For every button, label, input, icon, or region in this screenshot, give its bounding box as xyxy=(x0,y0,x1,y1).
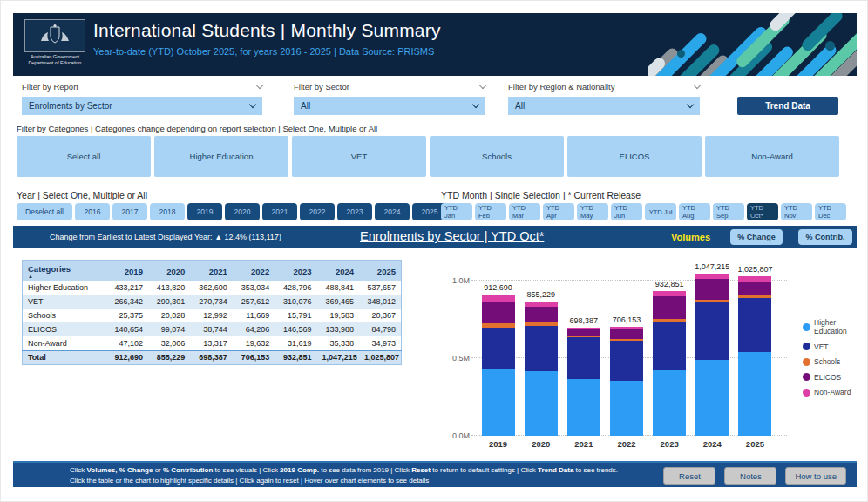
bar-2022[interactable] xyxy=(610,327,643,436)
category-button-higher-education[interactable]: Higher Education xyxy=(154,136,288,177)
cell-value: 488,841 xyxy=(317,281,359,295)
bar-segment-higher-education[interactable] xyxy=(482,369,515,436)
bar-segment-vet[interactable] xyxy=(738,298,771,352)
category-button-elicos[interactable]: ELICOS xyxy=(567,136,702,177)
chart-plot: 912,690855,229698,387706,153932,8511,047… xyxy=(477,272,776,436)
bar-2023[interactable] xyxy=(653,291,686,436)
y-tick-0-0m: 0.0M xyxy=(437,431,470,440)
column-header-2021[interactable]: 2021 xyxy=(190,261,232,282)
ytd-button-ytd-mar[interactable]: YTD Mar xyxy=(509,203,540,220)
year-button-2018[interactable]: 2018 xyxy=(150,203,185,220)
table-row-non-award[interactable]: Non-Award47,10232,00613,31719,63231,6193… xyxy=(23,336,402,350)
cell-value: 433,217 xyxy=(106,281,148,295)
ytd-button-ytd-jul[interactable]: YTD Jul xyxy=(645,203,676,220)
column-header-2023[interactable]: 2023 xyxy=(275,261,316,282)
change-value: 12.4% (113,117) xyxy=(225,233,281,241)
filter-sector-value: All xyxy=(301,101,310,111)
bar-2021[interactable] xyxy=(567,328,600,436)
footer-button-how-to-use[interactable]: How to use xyxy=(785,467,846,485)
year-button-2019[interactable]: 2019 xyxy=(187,203,222,220)
bar-segment-vet[interactable] xyxy=(695,302,729,360)
legend-item-vet: VET xyxy=(803,343,857,351)
ytd-button-ytd-sep[interactable]: YTD Sep xyxy=(713,203,744,220)
x-label-2022: 2022 xyxy=(605,439,648,449)
pct-contrib-button[interactable]: % Contrib. xyxy=(798,229,852,245)
bar-segment-elicos[interactable] xyxy=(482,302,515,323)
cell-value: 64,206 xyxy=(233,322,275,336)
volumes-toggle[interactable]: Volumes xyxy=(671,232,710,242)
bar-segment-vet[interactable] xyxy=(567,337,600,379)
bar-segment-elicos[interactable] xyxy=(738,282,771,295)
filter-sector-dropdown[interactable]: All xyxy=(294,97,485,115)
bar-segment-higher-education[interactable] xyxy=(738,352,771,436)
chevron-down-icon[interactable] xyxy=(479,82,486,89)
trend-data-button[interactable]: Trend Data xyxy=(737,97,838,115)
category-button-schools[interactable]: Schools xyxy=(430,136,564,177)
category-button-select-all[interactable]: Select all xyxy=(17,136,151,177)
bar-segment-elicos[interactable] xyxy=(567,329,600,336)
bar-segment-elicos[interactable] xyxy=(525,307,558,322)
bar-2024[interactable] xyxy=(695,274,729,436)
bar-segment-elicos[interactable] xyxy=(610,329,643,339)
year-button-2023[interactable]: 2023 xyxy=(337,203,372,220)
footer-button-notes[interactable]: Notes xyxy=(724,467,776,485)
cell-category: Schools xyxy=(23,309,106,322)
ytd-button-ytd-dec[interactable]: YTD Dec xyxy=(815,203,846,220)
column-header-2020[interactable]: 2020 xyxy=(148,261,190,282)
bar-segment-vet[interactable] xyxy=(525,326,558,371)
ytd-button-ytd-apr[interactable]: YTD Apr xyxy=(543,203,574,220)
bar-2019[interactable] xyxy=(482,295,515,436)
bar-segment-higher-education[interactable] xyxy=(610,381,643,436)
ytd-button-ytd-nov[interactable]: YTD Nov xyxy=(781,203,812,220)
footer-buttons: ResetNotesHow to use xyxy=(663,467,846,485)
category-button-non-award[interactable]: Non-Award xyxy=(705,136,839,177)
bar-segment-elicos[interactable] xyxy=(695,279,729,300)
cell-value: 270,734 xyxy=(190,295,232,309)
year-button-2021[interactable]: 2021 xyxy=(262,203,297,220)
column-header-2025[interactable]: 2025 xyxy=(359,261,401,282)
bar-2025[interactable] xyxy=(738,276,771,436)
bar-segment-higher-education[interactable] xyxy=(653,370,686,436)
chevron-down-icon[interactable] xyxy=(256,82,263,89)
year-button-2024[interactable]: 2024 xyxy=(375,203,410,220)
chart-x-axis: 2019202020212022202320242025 xyxy=(477,439,776,449)
year-button-2016[interactable]: 2016 xyxy=(75,203,110,220)
column-header-2024[interactable]: 2024 xyxy=(317,261,359,282)
column-header-2022[interactable]: 2022 xyxy=(233,261,275,282)
bar-segment-vet[interactable] xyxy=(482,328,515,369)
ytd-button-ytd-oct[interactable]: YTD Oct* xyxy=(747,203,778,220)
ytd-button-ytd-may[interactable]: YTD May xyxy=(577,203,608,220)
year-button-2020[interactable]: 2020 xyxy=(225,203,260,220)
bar-segment-higher-education[interactable] xyxy=(525,371,558,436)
pct-change-button[interactable]: % Change xyxy=(730,229,783,245)
ytd-button-ytd-jun[interactable]: YTD Jun xyxy=(611,203,642,220)
category-button-vet[interactable]: VET xyxy=(292,136,426,177)
bar-segment-higher-education[interactable] xyxy=(567,379,600,436)
table-row-vet[interactable]: VET266,342290,301270,734257,612310,07636… xyxy=(23,295,402,309)
bar-segment-non-award[interactable] xyxy=(482,295,515,302)
filter-region-dropdown[interactable]: All xyxy=(508,97,700,115)
ytd-button-ytd-jan[interactable]: YTD Jan xyxy=(441,203,472,220)
bar-segment-elicos[interactable] xyxy=(653,296,686,319)
bar-segment-vet[interactable] xyxy=(653,322,686,370)
bar-segment-higher-education[interactable] xyxy=(695,360,729,436)
bar-segment-vet[interactable] xyxy=(610,341,643,381)
footer-button-reset[interactable]: Reset xyxy=(663,467,715,485)
bar-2020[interactable] xyxy=(525,302,558,436)
ytd-button-ytd-aug[interactable]: YTD Aug xyxy=(679,203,710,220)
column-header-categories[interactable]: Categories▲ xyxy=(23,261,106,282)
chevron-down-icon[interactable] xyxy=(694,82,701,89)
column-header-2019[interactable]: 2019 xyxy=(106,261,148,282)
year-button-deselect-all[interactable]: Deselect all xyxy=(17,203,72,220)
table-row-higher-education[interactable]: Higher Education433,217413,820362,600353… xyxy=(23,281,402,295)
year-button-2022[interactable]: 2022 xyxy=(300,203,335,220)
footer-text-segment: to return to default settings | Click xyxy=(431,466,538,474)
table-row-elicos[interactable]: ELICOS140,65499,07438,74464,206146,56913… xyxy=(23,322,402,336)
table-row-schools[interactable]: Schools25,37520,02812,99211,66915,79119,… xyxy=(23,309,402,322)
table-row-total[interactable]: Total912,690855,229698,387706,153932,851… xyxy=(23,350,402,364)
filter-report-dropdown[interactable]: Enrolments by Sector xyxy=(22,97,262,115)
year-button-2017[interactable]: 2017 xyxy=(112,203,147,220)
ytd-button-ytd-feb[interactable]: YTD Feb xyxy=(475,203,506,220)
cell-value: 99,074 xyxy=(148,322,190,336)
bar-total-label: 1,047,215 xyxy=(695,262,729,271)
